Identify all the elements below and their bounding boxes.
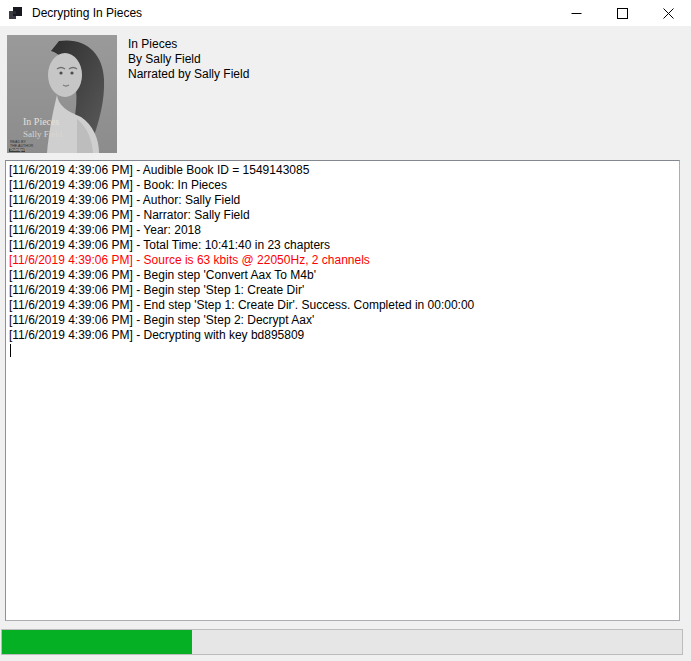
maximize-button[interactable] (599, 0, 645, 26)
titlebar[interactable]: Decrypting In Pieces (0, 0, 691, 26)
close-icon (663, 8, 674, 19)
book-author: By Sally Field (128, 52, 249, 67)
book-info: In Pieces By Sally Field Narrated by Sal… (128, 37, 249, 82)
text-caret (10, 344, 11, 357)
cover-badge-footer: Unabridged (10, 148, 25, 152)
log-line: [11/6/2019 4:39:06 PM] - Book: In Pieces (9, 178, 676, 193)
log-lines: [11/6/2019 4:39:06 PM] - Audible Book ID… (9, 163, 676, 343)
progress-bar (1, 629, 683, 655)
log-line: [11/6/2019 4:39:06 PM] - Total Time: 10:… (9, 238, 676, 253)
log-line: [11/6/2019 4:39:06 PM] - Author: Sally F… (9, 193, 676, 208)
progress-fill (2, 630, 192, 654)
cover-author-text: Sally Field (23, 129, 63, 139)
log-line: [11/6/2019 4:39:06 PM] - Source is 63 kb… (9, 253, 676, 268)
book-title: In Pieces (128, 37, 249, 52)
book-narrator: Narrated by Sally Field (128, 67, 249, 82)
log-line: [11/6/2019 4:39:06 PM] - Begin step 'Con… (9, 268, 676, 283)
app-window: Decrypting In Pieces (0, 0, 691, 661)
log-line: [11/6/2019 4:39:06 PM] - End step 'Step … (9, 298, 676, 313)
log-line: [11/6/2019 4:39:06 PM] - Narrator: Sally… (9, 208, 676, 223)
app-icon (8, 5, 24, 21)
maximize-icon (617, 8, 628, 19)
cover-face-shape (48, 53, 82, 97)
log-line: [11/6/2019 4:39:06 PM] - Decrypting with… (9, 328, 676, 343)
log-line: [11/6/2019 4:39:06 PM] - Year: 2018 (9, 223, 676, 238)
book-cover-image: In Pieces Sally Field READ BY THE AUTHOR… (7, 35, 117, 153)
window-controls (553, 0, 691, 26)
log-textbox[interactable]: [11/6/2019 4:39:06 PM] - Audible Book ID… (5, 160, 680, 621)
cover-title-text: In Pieces (23, 116, 59, 127)
log-line: [11/6/2019 4:39:06 PM] - Audible Book ID… (9, 163, 676, 178)
cover-badge-bottom: THE AUTHOR (10, 144, 34, 148)
log-line: [11/6/2019 4:39:06 PM] - Begin step 'Ste… (9, 313, 676, 328)
minimize-icon (571, 8, 582, 19)
window-title: Decrypting In Pieces (32, 6, 142, 20)
log-line: [11/6/2019 4:39:06 PM] - Begin step 'Ste… (9, 283, 676, 298)
minimize-button[interactable] (553, 0, 599, 26)
close-button[interactable] (645, 0, 691, 26)
